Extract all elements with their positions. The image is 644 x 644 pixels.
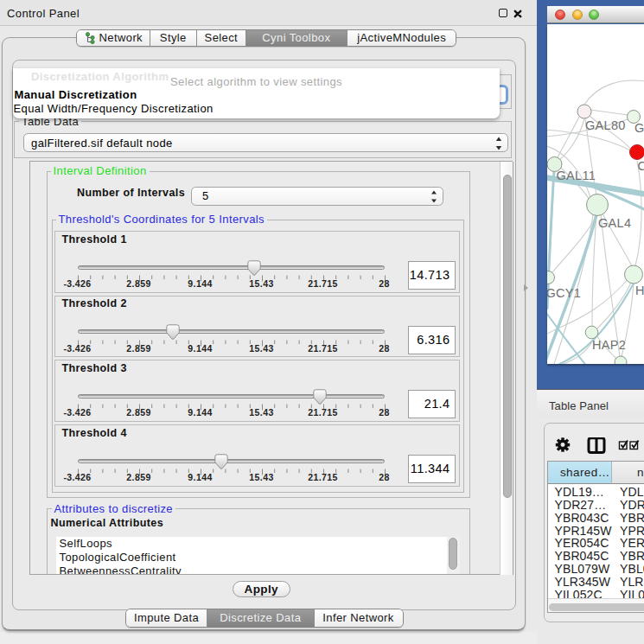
svg-text:HAP2: HAP2 (592, 338, 626, 352)
svg-text:CYC8: CYC8 (638, 159, 644, 173)
svg-text:GAL11: GAL11 (557, 169, 596, 182)
svg-text:GCY1: GCY1 (547, 286, 581, 300)
svg-text:HIS4: HIS4 (635, 284, 644, 297)
svg-text:GAL: GAL (634, 121, 644, 135)
svg-text:GAL4: GAL4 (598, 216, 631, 230)
svg-text:GAL80: GAL80 (585, 118, 626, 132)
